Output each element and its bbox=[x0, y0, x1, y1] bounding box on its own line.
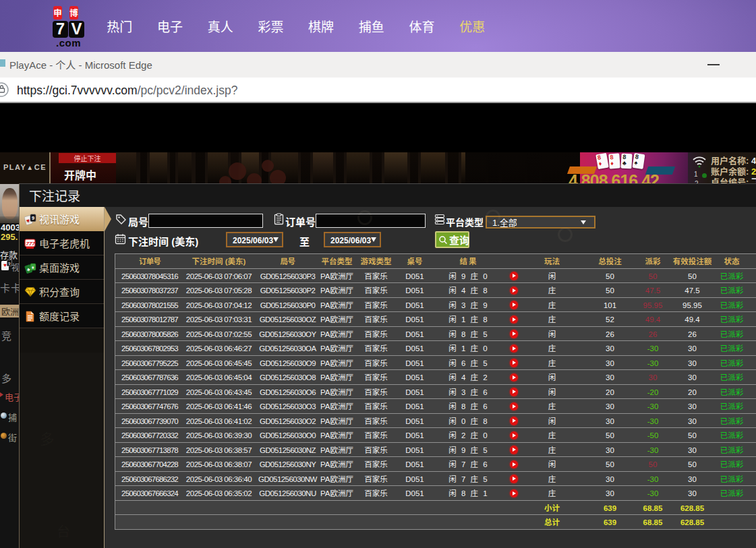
svg-text:777: 777 bbox=[26, 239, 36, 247]
svg-text:9: 9 bbox=[32, 214, 34, 221]
svg-text:♦: ♦ bbox=[32, 264, 34, 270]
